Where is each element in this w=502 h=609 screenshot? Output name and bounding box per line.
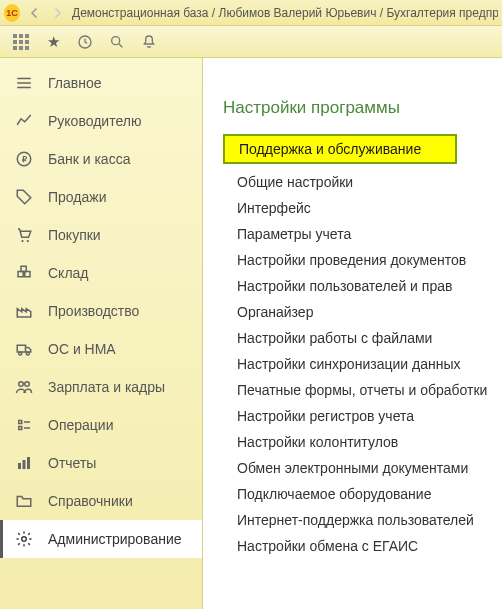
search-button[interactable] <box>102 29 132 55</box>
chart-line-icon <box>14 111 34 131</box>
apps-button[interactable] <box>6 29 36 55</box>
title-bar: 1С Демонстрационная база / Любимов Валер… <box>0 0 502 26</box>
link-organizer[interactable]: Органайзер <box>223 304 498 320</box>
sidebar-item-administration[interactable]: Администрирование <box>0 520 202 558</box>
sidebar-item-label: Производство <box>48 303 139 319</box>
sidebar-item-label: Справочники <box>48 493 133 509</box>
sidebar-item-bank[interactable]: ₽ Банк и касса <box>0 140 202 178</box>
link-accounting-params[interactable]: Параметры учета <box>223 226 498 242</box>
link-support[interactable]: Поддержка и обслуживание <box>237 141 443 157</box>
link-interface[interactable]: Интерфейс <box>223 200 498 216</box>
boxes-icon <box>14 263 34 283</box>
factory-icon <box>14 301 34 321</box>
sidebar-item-payroll[interactable]: Зарплата и кадры <box>0 368 202 406</box>
svg-rect-7 <box>18 272 23 277</box>
sidebar-item-label: Операции <box>48 417 114 433</box>
sidebar-item-warehouse[interactable]: Склад <box>0 254 202 292</box>
sidebar-item-operations[interactable]: Операции <box>0 406 202 444</box>
page-title: Настройки программы <box>223 98 498 118</box>
svg-point-10 <box>19 352 22 355</box>
gear-icon <box>14 529 34 549</box>
main-area: Главное Руководителю ₽ Банк и касса Прод… <box>0 58 502 609</box>
link-files[interactable]: Настройки работы с файлами <box>223 330 498 346</box>
search-icon <box>109 34 125 50</box>
truck-icon <box>14 339 34 359</box>
svg-point-13 <box>25 382 30 387</box>
link-general[interactable]: Общие настройки <box>223 174 498 190</box>
tag-icon <box>14 187 34 207</box>
toolbar: ★ <box>0 26 502 58</box>
notifications-button[interactable] <box>134 29 164 55</box>
apps-icon <box>13 34 29 50</box>
svg-rect-14 <box>18 463 21 469</box>
svg-rect-9 <box>21 266 26 271</box>
link-registers[interactable]: Настройки регистров учета <box>223 408 498 424</box>
sidebar-item-label: Администрирование <box>48 531 182 547</box>
history-button[interactable] <box>70 29 100 55</box>
svg-point-1 <box>112 36 120 44</box>
svg-point-11 <box>26 352 29 355</box>
svg-rect-16 <box>27 457 30 469</box>
link-headers-footers[interactable]: Настройки колонтитулов <box>223 434 498 450</box>
sidebar-item-label: ОС и НМА <box>48 341 116 357</box>
link-online-support[interactable]: Интернет-поддержка пользователей <box>223 512 498 528</box>
menu-icon <box>14 73 34 93</box>
sidebar-item-label: Руководителю <box>48 113 141 129</box>
sidebar: Главное Руководителю ₽ Банк и касса Прод… <box>0 58 203 609</box>
link-print-forms[interactable]: Печатные формы, отчеты и обработки <box>223 382 498 398</box>
sidebar-item-label: Склад <box>48 265 89 281</box>
sidebar-item-label: Зарплата и кадры <box>48 379 165 395</box>
bar-chart-icon <box>14 453 34 473</box>
svg-point-6 <box>27 240 29 242</box>
link-doc-posting[interactable]: Настройки проведения документов <box>223 252 498 268</box>
favorites-button[interactable]: ★ <box>38 29 68 55</box>
sidebar-item-reports[interactable]: Отчеты <box>0 444 202 482</box>
bell-icon <box>141 34 157 50</box>
svg-line-2 <box>119 44 122 47</box>
sidebar-item-label: Главное <box>48 75 102 91</box>
nav-back-icon[interactable] <box>26 4 44 22</box>
highlighted-link-wrap: Поддержка и обслуживание <box>223 134 457 164</box>
ruble-icon: ₽ <box>14 149 34 169</box>
sidebar-item-dictionaries[interactable]: Справочники <box>0 482 202 520</box>
operations-icon <box>14 415 34 435</box>
people-icon <box>14 377 34 397</box>
link-equipment[interactable]: Подключаемое оборудование <box>223 486 498 502</box>
svg-text:₽: ₽ <box>22 155 27 164</box>
sidebar-item-sales[interactable]: Продажи <box>0 178 202 216</box>
history-icon <box>77 34 93 50</box>
link-sync[interactable]: Настройки синхронизации данных <box>223 356 498 372</box>
svg-point-5 <box>21 240 23 242</box>
svg-point-17 <box>22 537 27 542</box>
app-logo-icon: 1С <box>4 4 20 22</box>
sidebar-item-main[interactable]: Главное <box>0 64 202 102</box>
sidebar-item-label: Банк и касса <box>48 151 130 167</box>
sidebar-item-purchases[interactable]: Покупки <box>0 216 202 254</box>
svg-rect-8 <box>25 272 30 277</box>
folder-icon <box>14 491 34 511</box>
link-users-rights[interactable]: Настройки пользователей и прав <box>223 278 498 294</box>
sidebar-item-assets[interactable]: ОС и НМА <box>0 330 202 368</box>
link-egais[interactable]: Настройки обмена с ЕГАИС <box>223 538 498 554</box>
nav-forward-icon[interactable] <box>48 4 66 22</box>
sidebar-item-label: Продажи <box>48 189 106 205</box>
sidebar-item-production[interactable]: Производство <box>0 292 202 330</box>
link-list: Поддержка и обслуживание Общие настройки… <box>223 134 498 554</box>
content-area: Настройки программы Поддержка и обслужив… <box>203 58 502 609</box>
link-edoc-exchange[interactable]: Обмен электронными документами <box>223 460 498 476</box>
svg-point-12 <box>19 382 24 387</box>
sidebar-item-label: Отчеты <box>48 455 96 471</box>
cart-icon <box>14 225 34 245</box>
nav-arrows <box>26 4 66 22</box>
star-icon: ★ <box>47 33 60 51</box>
svg-rect-15 <box>23 460 26 469</box>
sidebar-item-label: Покупки <box>48 227 101 243</box>
window-title: Демонстрационная база / Любимов Валерий … <box>72 6 498 20</box>
sidebar-item-manager[interactable]: Руководителю <box>0 102 202 140</box>
